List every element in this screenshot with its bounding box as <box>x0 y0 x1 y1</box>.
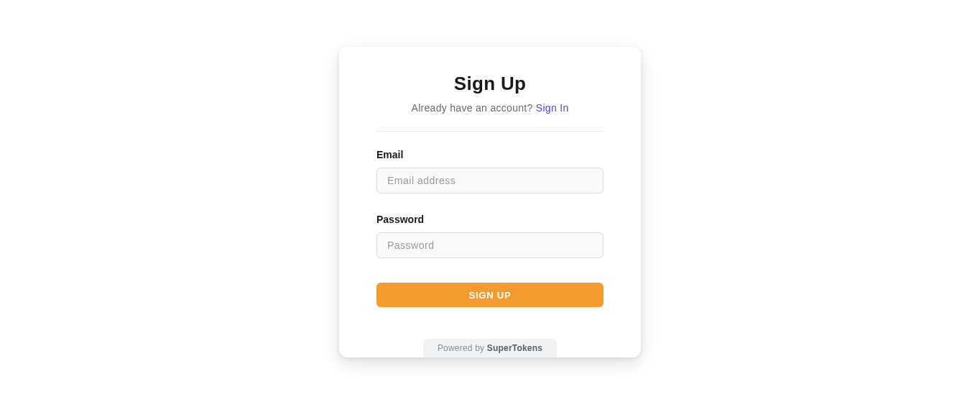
powered-brand: SuperTokens <box>487 343 542 353</box>
divider <box>376 131 604 132</box>
signup-button[interactable]: SIGN UP <box>376 283 604 307</box>
password-field[interactable] <box>376 232 604 258</box>
signup-card: Sign Up Already have an account? Sign In… <box>339 47 641 357</box>
password-label: Password <box>376 214 604 225</box>
powered-prefix: Powered by <box>438 343 487 353</box>
email-field-group: Email <box>376 149 604 193</box>
email-field[interactable] <box>376 168 604 193</box>
page-title: Sign Up <box>454 73 526 95</box>
powered-by-badge[interactable]: Powered by SuperTokens <box>423 339 557 357</box>
subtitle-prompt: Already have an account? <box>412 102 536 114</box>
subtitle-row: Already have an account? Sign In <box>412 102 569 114</box>
signin-link[interactable]: Sign In <box>536 102 569 114</box>
password-field-group: Password <box>376 214 604 258</box>
email-label: Email <box>376 149 604 160</box>
